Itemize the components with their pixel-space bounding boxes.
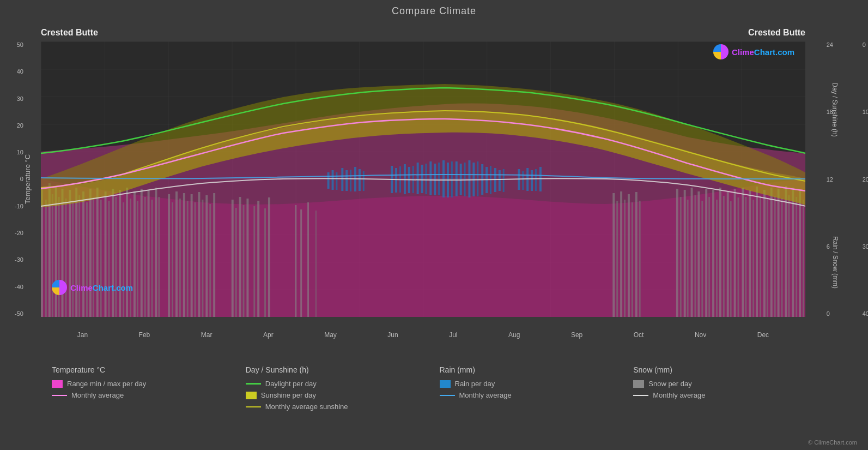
svg-rect-101	[774, 196, 776, 317]
svg-rect-125	[417, 163, 419, 194]
svg-rect-74	[676, 189, 678, 317]
svg-rect-134	[456, 161, 458, 196]
legend-col-sunshine: Day / Sunshine (h) Daylight per day Suns…	[246, 365, 437, 445]
svg-rect-29	[123, 202, 124, 317]
svg-rect-35	[144, 197, 146, 317]
snow-avg-line	[633, 395, 648, 396]
svg-rect-46	[191, 194, 193, 317]
svg-rect-15	[72, 201, 74, 317]
svg-rect-84	[712, 190, 714, 317]
legend-title-snow: Snow (mm)	[633, 365, 824, 374]
legend-col-temperature: Temperature °C Range min / max per day M…	[52, 365, 243, 445]
svg-rect-73	[639, 201, 641, 317]
svg-rect-53	[232, 200, 234, 317]
svg-rect-127	[425, 164, 427, 194]
svg-rect-59	[257, 201, 259, 317]
svg-rect-78	[691, 188, 693, 317]
legend-title-temperature: Temperature °C	[52, 365, 243, 374]
legend-title-sunshine: Day / Sunshine (h)	[246, 365, 437, 374]
svg-rect-17	[78, 195, 80, 317]
svg-rect-25	[108, 201, 110, 317]
svg-rect-26	[112, 189, 114, 317]
right-axis-label-rain: Rain / Snow (mm)	[809, 194, 861, 331]
svg-rect-66	[612, 193, 615, 317]
svg-rect-137	[468, 160, 470, 197]
svg-rect-61	[268, 197, 270, 317]
svg-rect-93	[745, 197, 746, 317]
svg-rect-107	[796, 197, 797, 317]
svg-rect-77	[687, 200, 689, 317]
svg-rect-72	[635, 192, 638, 317]
legend-item-sunshine-avg: Monthly average sunshine	[246, 403, 437, 411]
svg-rect-92	[742, 188, 744, 317]
svg-rect-11	[58, 197, 60, 317]
svg-rect-48	[198, 192, 201, 317]
svg-rect-148	[526, 168, 529, 191]
svg-rect-40	[168, 194, 170, 317]
svg-rect-71	[632, 202, 633, 317]
svg-rect-32	[133, 191, 136, 317]
svg-rect-41	[172, 202, 173, 317]
svg-rect-88	[727, 192, 729, 317]
legend-col-rain: Rain (mm) Rain per day Monthly average	[440, 365, 631, 445]
right-axis-label-sunshine: Day / Sunshine (h)	[808, 41, 861, 178]
svg-rect-19	[86, 202, 88, 317]
svg-rect-34	[141, 189, 143, 317]
svg-rect-104	[785, 186, 787, 317]
svg-rect-23	[100, 200, 102, 317]
svg-rect-131	[442, 160, 445, 197]
chart-title-left: Crested Butte	[41, 28, 98, 38]
svg-rect-36	[148, 190, 150, 317]
temp-avg-line	[52, 395, 67, 396]
svg-rect-13	[65, 199, 66, 317]
svg-rect-24	[105, 191, 107, 317]
logo-icon-top	[713, 44, 729, 59]
svg-rect-106	[792, 188, 794, 317]
svg-rect-9	[52, 194, 53, 317]
svg-rect-42	[175, 191, 178, 317]
legend-item-sunshine-bar: Sunshine per day	[246, 391, 437, 399]
svg-rect-38	[155, 188, 157, 317]
svg-rect-27	[115, 197, 117, 317]
svg-rect-57	[246, 199, 248, 317]
legend-item-temp-range: Range min / max per day	[52, 380, 243, 388]
svg-rect-81	[701, 201, 703, 317]
svg-rect-114	[345, 170, 348, 191]
svg-rect-39	[158, 197, 160, 317]
chart-title-right: Crested Butte	[748, 28, 805, 38]
svg-rect-20	[89, 189, 92, 317]
svg-rect-67	[616, 201, 618, 317]
legend-title-rain: Rain (mm)	[440, 365, 631, 374]
svg-rect-126	[421, 165, 423, 193]
sunshine-swatch	[246, 392, 257, 399]
page-title: Compare Climate	[0, 0, 868, 17]
x-axis: Jan Feb Mar Apr May Jun Jul Aug Sep Oct …	[41, 331, 805, 339]
svg-rect-108	[799, 190, 801, 317]
logo-top-right: ClimeChart.com	[713, 44, 794, 59]
svg-rect-109	[803, 200, 804, 317]
svg-rect-89	[730, 201, 732, 317]
svg-rect-85	[716, 200, 718, 317]
svg-rect-83	[708, 197, 710, 317]
svg-rect-145	[503, 169, 505, 192]
svg-rect-6	[41, 189, 43, 317]
svg-rect-37	[151, 200, 153, 317]
svg-rect-62	[295, 205, 296, 317]
svg-rect-100	[770, 188, 773, 317]
svg-rect-97	[760, 196, 761, 317]
svg-rect-98	[763, 190, 766, 317]
svg-rect-103	[781, 198, 783, 317]
svg-rect-117	[359, 169, 361, 191]
svg-rect-110	[327, 172, 330, 189]
chart-background	[41, 41, 805, 317]
legend-item-rain-bar: Rain per day	[440, 380, 631, 388]
svg-rect-128	[429, 161, 432, 195]
svg-rect-150	[535, 169, 537, 191]
svg-rect-60	[264, 208, 266, 317]
svg-rect-76	[684, 190, 686, 317]
svg-rect-28	[119, 190, 121, 317]
svg-rect-147	[522, 171, 524, 190]
svg-rect-58	[253, 206, 255, 317]
rain-swatch	[440, 380, 451, 388]
svg-rect-82	[705, 189, 707, 317]
